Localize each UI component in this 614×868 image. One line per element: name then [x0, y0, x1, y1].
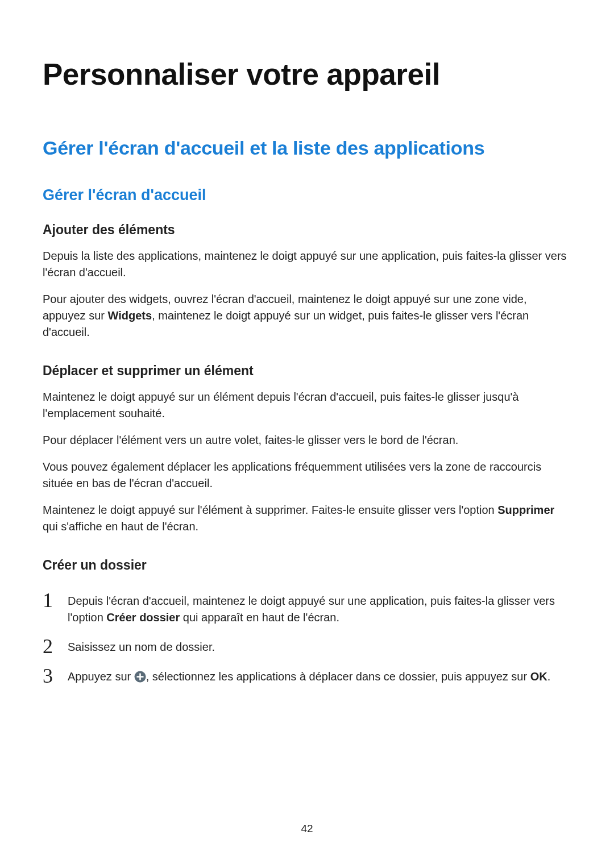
block2-p4: Maintenez le doigt appuyé sur l'élément … — [43, 502, 571, 535]
step-text-1: Depuis l'écran d'accueil, maintenez le d… — [68, 593, 571, 626]
plus-circle-icon — [134, 671, 146, 683]
block-create-folder: Créer un dossier 1 Depuis l'écran d'accu… — [43, 558, 571, 685]
step-number-3: 3 — [43, 666, 59, 686]
subsection-heading: Gérer l'écran d'accueil — [43, 186, 571, 204]
step3-a: Appuyez sur — [68, 670, 134, 683]
block1-heading: Ajouter des éléments — [43, 222, 571, 238]
step1-bold: Créer dossier — [106, 611, 180, 624]
block2-p4-bold: Supprimer — [497, 504, 554, 516]
section-heading: Gérer l'écran d'accueil et la liste des … — [43, 137, 571, 159]
step3-c: . — [547, 670, 551, 683]
step-number-1: 1 — [43, 590, 59, 610]
step-text-2: Saisissez un nom de dossier. — [68, 639, 571, 655]
block3-heading: Créer un dossier — [43, 558, 571, 573]
step3-bold: OK — [530, 670, 547, 683]
step-row-1: 1 Depuis l'écran d'accueil, maintenez le… — [43, 588, 571, 626]
step-number-2: 2 — [43, 636, 59, 657]
step-row-2: 2 Saisissez un nom de dossier. — [43, 634, 571, 655]
page-number: 42 — [0, 823, 614, 835]
block2-heading: Déplacer et supprimer un élément — [43, 363, 571, 379]
block2-p4a: Maintenez le doigt appuyé sur l'élément … — [43, 504, 497, 516]
step-text-3: Appuyez sur , sélectionnez les applicati… — [68, 668, 571, 685]
block1-p2-bold: Widgets — [108, 309, 152, 322]
block2-p1: Maintenez le doigt appuyé sur un élément… — [43, 389, 571, 422]
block2-p4b: qui s'affiche en haut de l'écran. — [43, 520, 198, 533]
block-add-elements: Ajouter des éléments Depuis la liste des… — [43, 222, 571, 340]
page-title: Personnaliser votre appareil — [43, 57, 571, 92]
step3-b: , sélectionnez les applications à déplac… — [146, 670, 530, 683]
block1-p2: Pour ajouter des widgets, ouvrez l'écran… — [43, 291, 571, 340]
svg-rect-2 — [136, 676, 143, 678]
step-row-3: 3 Appuyez sur , sélectionnez les applica… — [43, 663, 571, 685]
block2-p3: Vous pouvez également déplacer les appli… — [43, 459, 571, 492]
block1-p1: Depuis la liste des applications, mainte… — [43, 248, 571, 281]
block-move-delete: Déplacer et supprimer un élément Mainten… — [43, 363, 571, 535]
block2-p2: Pour déplacer l'élément vers un autre vo… — [43, 432, 571, 448]
step1-b: qui apparaît en haut de l'écran. — [180, 611, 339, 624]
